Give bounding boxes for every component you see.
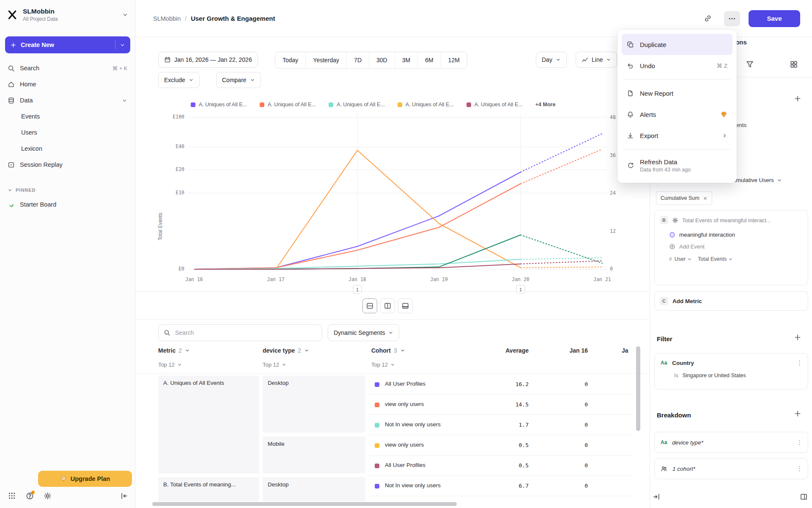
vertical-scrollbar[interactable]: [636, 346, 640, 431]
metric-a-fragment[interactable]: umulative Users: [733, 177, 782, 183]
range-yesterday-button[interactable]: Yesterday: [305, 52, 346, 68]
metric-b-event-row[interactable]: meaningful interaction: [669, 232, 803, 238]
column-header-cohort[interactable]: Cohort3: [371, 347, 405, 354]
panel-layout-icon[interactable]: [800, 493, 808, 502]
workspace-switcher[interactable]: SLMobbin All Project Data: [7, 8, 128, 22]
range-12m-button[interactable]: 12M: [441, 52, 467, 68]
agg-user-dropdown[interactable]: User: [675, 256, 692, 262]
menu-divider: [623, 149, 731, 149]
sidebar-item-users[interactable]: Users: [0, 124, 135, 141]
breakdown-cohort-card[interactable]: 1 cohort* ⋮: [654, 458, 808, 479]
table-row[interactable]: view only users14.50: [135, 395, 633, 415]
filter-card[interactable]: Aa Country ⋮ Is Singapore or United Stat…: [654, 353, 808, 389]
cohort-swatch: [375, 443, 379, 448]
metric-b-header[interactable]: B Total Events of meaningful interact...: [660, 216, 803, 224]
add-breakdown-button[interactable]: [794, 410, 801, 419]
cohort-top12-dropdown[interactable]: Top 12: [371, 362, 395, 368]
legend-item[interactable]: A. Uniques of All E...: [260, 102, 316, 108]
add-section-button[interactable]: [794, 95, 801, 104]
horizontal-scrollbar[interactable]: [152, 502, 457, 506]
breadcrumb-workspace[interactable]: SLMobbin: [153, 15, 181, 22]
table-row[interactable]: All User Profiles: [135, 496, 633, 501]
funnel-report-icon[interactable]: [746, 60, 754, 70]
menu-item-refresh-data[interactable]: Refresh Data Data from 43 min ago: [622, 152, 732, 179]
column-header-device-type[interactable]: device type2: [263, 347, 309, 354]
kebab-menu-icon[interactable]: ⋮: [796, 465, 803, 472]
range-today-button[interactable]: Today: [275, 52, 305, 68]
legend-item[interactable]: A. Uniques of All E...: [466, 102, 523, 108]
menu-item-undo[interactable]: Undo ⌘ Z: [622, 55, 732, 76]
table-row[interactable]: All User Profiles16.20: [135, 374, 633, 395]
sidebar-item-session-replay[interactable]: Session Replay: [0, 157, 135, 173]
notification-dot: [31, 491, 35, 494]
granularity-dropdown[interactable]: Day: [536, 52, 567, 68]
add-event-row[interactable]: Add Event: [669, 243, 803, 250]
table-row[interactable]: view only users0.50: [135, 435, 633, 456]
collapse-sidebar-icon[interactable]: [118, 490, 129, 501]
upgrade-plan-button[interactable]: Upgrade Plan: [38, 471, 132, 487]
grid-report-icon[interactable]: [790, 60, 798, 70]
pinned-section-header[interactable]: PINNED: [0, 184, 135, 196]
cumulative-sum-chip[interactable]: Cumulative Sum: [656, 191, 712, 205]
range-6m-button[interactable]: 6M: [417, 52, 440, 68]
dynamic-segments-dropdown[interactable]: Dynamic Segments: [328, 324, 399, 341]
y-axis-tick: E100: [173, 114, 184, 120]
layout-split-horizontal-button[interactable]: [362, 298, 377, 313]
legend-more-link[interactable]: +4 More: [535, 102, 556, 108]
column-header-jan16[interactable]: Jan 16: [537, 347, 588, 354]
agg-total-events-dropdown[interactable]: Total Events: [698, 256, 733, 262]
close-icon: [703, 196, 708, 201]
menu-item-duplicate[interactable]: Duplicate: [622, 34, 732, 55]
add-filter-button[interactable]: [794, 334, 801, 343]
table-row[interactable]: Not In view only users1.70: [135, 415, 633, 435]
sidebar-item-lexicon[interactable]: Lexicon: [0, 141, 135, 157]
table-search[interactable]: [158, 324, 322, 341]
copy-link-button[interactable]: [700, 11, 716, 26]
legend-item[interactable]: A. Uniques of All E...: [191, 102, 247, 108]
annotation-badge[interactable]: 1: [353, 285, 362, 294]
settings-gear-icon[interactable]: [42, 490, 53, 501]
column-header-metric[interactable]: Metric2: [158, 347, 190, 354]
date-range-picker[interactable]: Jan 16, 2026 — Jan 22, 2026: [158, 52, 258, 68]
kebab-menu-icon[interactable]: ⋮: [796, 439, 803, 446]
sidebar-item-search[interactable]: Search ⌘ + K: [0, 60, 135, 76]
chart-type-dropdown[interactable]: Line: [576, 52, 617, 68]
legend-item[interactable]: A. Uniques of All E...: [398, 102, 454, 108]
breakdown-device-type-card[interactable]: Aa device type* ⋮: [654, 432, 808, 453]
right-axis-tick: 48: [610, 114, 616, 120]
legend-item[interactable]: A. Uniques of All E...: [329, 102, 385, 108]
sidebar-item-starter-board[interactable]: Starter Board: [0, 196, 135, 213]
range-30d-button[interactable]: 30D: [369, 52, 395, 68]
table-search-input[interactable]: [174, 329, 317, 337]
metric-top12-dropdown[interactable]: Top 12: [158, 362, 182, 368]
device-top12-dropdown[interactable]: Top 12: [263, 362, 286, 368]
more-options-button[interactable]: [724, 11, 740, 26]
app-root: SLMobbin All Project Data Create New Sea…: [0, 0, 812, 508]
table-row[interactable]: All User Profiles0.50: [135, 456, 633, 476]
sidebar-item-events[interactable]: Events: [0, 108, 135, 124]
menu-item-new-report[interactable]: New Report: [622, 83, 732, 104]
help-icon[interactable]: [24, 490, 35, 501]
gem-icon: [60, 475, 67, 482]
sidebar-item-data[interactable]: Data: [0, 92, 135, 108]
kebab-menu-icon[interactable]: ⋮: [796, 359, 803, 367]
annotation-badge[interactable]: 1: [516, 285, 525, 294]
expand-panel-icon[interactable]: [653, 493, 661, 502]
column-header-average[interactable]: Average: [478, 347, 529, 354]
layout-bottom-panel-button[interactable]: [398, 298, 413, 313]
exclude-dropdown[interactable]: Exclude: [158, 72, 200, 88]
range-3m-button[interactable]: 3M: [395, 52, 417, 68]
layout-split-vertical-button[interactable]: [380, 298, 395, 313]
filter-value[interactable]: Singapore or United States: [683, 373, 746, 378]
menu-item-export[interactable]: Export: [622, 125, 732, 146]
sidebar-item-home[interactable]: Home: [0, 76, 135, 92]
table-row[interactable]: Not In view only users6.70: [135, 476, 633, 496]
range-7d-button[interactable]: 7D: [346, 52, 369, 68]
menu-item-alerts[interactable]: Alerts: [622, 104, 732, 125]
compare-dropdown[interactable]: Compare: [216, 72, 261, 88]
apps-grid-icon[interactable]: [6, 490, 17, 501]
add-metric-card[interactable]: C Add Metric: [654, 291, 808, 311]
line-chart[interactable]: [188, 114, 607, 275]
save-button[interactable]: Save: [749, 10, 800, 27]
create-new-button[interactable]: Create New: [5, 36, 130, 53]
